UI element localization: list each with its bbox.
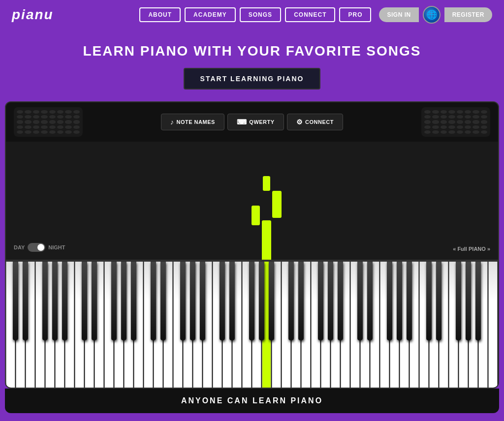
speaker-dot [481, 130, 487, 134]
speaker-dot [73, 115, 80, 119]
speaker-dot [441, 130, 447, 134]
start-learning-button[interactable]: START LEARNING PIANO [184, 68, 321, 90]
connect-button[interactable]: ⚙ CONNECT [287, 114, 343, 130]
qwerty-button[interactable]: ⌨ QWERTY [227, 114, 284, 130]
speaker-dot [65, 110, 71, 114]
day-night-toggle[interactable]: DAY NIGHT [14, 243, 65, 252]
black-key[interactable] [456, 262, 461, 340]
black-key[interactable] [367, 262, 373, 340]
black-key[interactable] [426, 262, 432, 340]
black-key[interactable] [42, 262, 48, 340]
nav-connect[interactable]: CONNECT [285, 7, 335, 22]
speaker-dot [73, 120, 80, 123]
speaker-dot [424, 120, 431, 123]
speaker-dot [17, 125, 23, 129]
full-piano-button[interactable]: « Full PIANO » [453, 246, 490, 252]
black-key[interactable] [338, 262, 343, 340]
speaker-dot [481, 120, 487, 123]
speaker-dot [17, 115, 23, 119]
speaker-dot [57, 125, 63, 129]
note-block [252, 206, 260, 225]
hero-section: LEARN PIANO WITH YOUR FAVORITE SONGS STA… [0, 30, 504, 101]
nav-about[interactable]: ABOUT [139, 7, 181, 22]
black-key[interactable] [160, 262, 166, 340]
black-key[interactable] [220, 262, 225, 340]
black-key[interactable] [52, 262, 58, 340]
active-key-strip [262, 254, 271, 260]
black-key[interactable] [180, 262, 186, 340]
hero-title: LEARN PIANO WITH YOUR FAVORITE SONGS [0, 43, 504, 59]
speaker-dot [17, 110, 23, 114]
sign-in-button[interactable]: SIGN IN [379, 7, 418, 22]
register-button[interactable]: REGISTER [444, 7, 492, 22]
note-names-button[interactable]: ♪ NOTE NAMES [161, 114, 224, 130]
black-key[interactable] [269, 262, 274, 340]
black-key[interactable] [111, 262, 117, 340]
speaker-dot [25, 125, 31, 129]
black-key[interactable] [466, 262, 471, 340]
speaker-dot [57, 130, 63, 134]
speaker-dot [57, 120, 63, 123]
black-key[interactable] [328, 262, 333, 340]
speaker-dot [33, 120, 39, 123]
black-key[interactable] [288, 262, 294, 340]
piano-controls: ♪ NOTE NAMES ⌨ QWERTY ⚙ CONNECT [83, 114, 421, 130]
black-key[interactable] [151, 262, 156, 340]
speaker-dot [65, 115, 71, 119]
piano-keyboard[interactable] [6, 260, 498, 388]
black-key[interactable] [387, 262, 392, 340]
speaker-dot [25, 115, 31, 119]
speaker-dot [49, 120, 56, 123]
speaker-dot [481, 125, 487, 129]
speaker-dot [33, 110, 39, 114]
speaker-dot [33, 130, 39, 134]
black-key[interactable] [121, 262, 126, 340]
speaker-dot [49, 125, 56, 129]
speaker-dot [448, 115, 455, 119]
black-key[interactable] [436, 262, 441, 340]
speaker-dot [472, 125, 479, 129]
speaker-dot [424, 110, 431, 114]
nav-songs[interactable]: SONGS [240, 7, 281, 22]
black-key[interactable] [318, 262, 323, 340]
nav-academy[interactable]: ACADEMY [185, 7, 236, 22]
speaker-dot [41, 115, 47, 119]
black-key[interactable] [62, 262, 67, 340]
speaker-dot [472, 110, 479, 114]
speaker-dot [432, 125, 439, 129]
speaker-dot [448, 110, 455, 114]
toggle-knob [37, 244, 44, 251]
day-label: DAY [14, 244, 25, 250]
speaker-dot [465, 115, 471, 119]
black-key[interactable] [13, 262, 18, 340]
speaker-dot [457, 115, 463, 119]
language-icon[interactable]: 🌐 [423, 6, 441, 24]
speaker-dot [472, 130, 479, 134]
black-key[interactable] [298, 262, 304, 340]
speaker-dot [49, 115, 56, 119]
black-key[interactable] [229, 262, 235, 340]
black-key[interactable] [23, 262, 28, 340]
black-key[interactable] [475, 262, 481, 340]
black-key[interactable] [131, 262, 136, 340]
connect-icon: ⚙ [296, 118, 303, 126]
speaker-dot [424, 125, 431, 129]
black-key[interactable] [200, 262, 205, 340]
speaker-dot [432, 115, 439, 119]
black-key[interactable] [249, 262, 254, 340]
toggle-switch[interactable] [28, 243, 45, 252]
black-key[interactable] [259, 262, 264, 340]
black-key[interactable] [357, 262, 363, 340]
speaker-dot [41, 125, 47, 129]
black-key[interactable] [407, 262, 412, 340]
black-key[interactable] [82, 262, 87, 340]
speaker-dot [441, 115, 447, 119]
black-key[interactable] [397, 262, 402, 340]
black-key[interactable] [92, 262, 97, 340]
white-key[interactable] [488, 262, 498, 389]
black-key[interactable] [190, 262, 195, 340]
falling-notes-area: DAY NIGHT « Full PIANO » [6, 142, 498, 260]
nav-pro[interactable]: PRO [339, 7, 371, 22]
speaker-dot [33, 125, 39, 129]
speaker-right [421, 107, 490, 137]
